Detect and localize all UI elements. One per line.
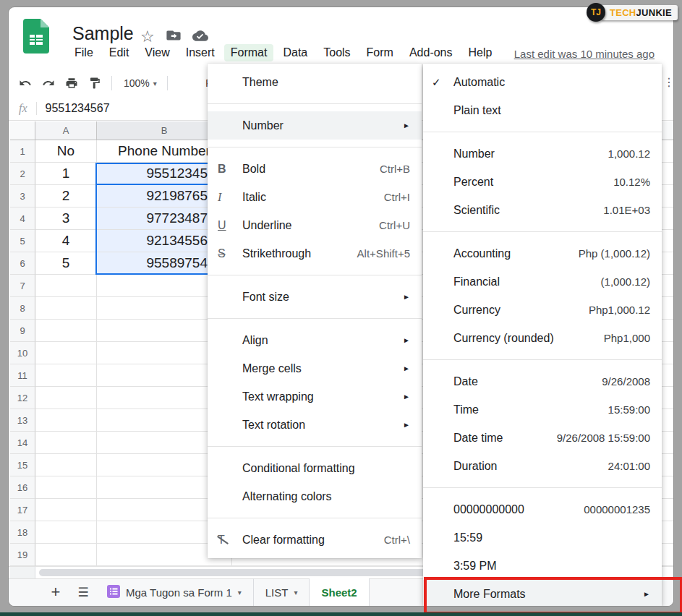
menu-item-underline[interactable]: U Underline Ctrl+U [208, 211, 422, 239]
submenu-item-more-formats[interactable]: More Formats ► [423, 580, 662, 606]
menu-view[interactable]: View [138, 44, 176, 61]
formula-input[interactable]: 9551234567 [46, 102, 110, 115]
move-folder-icon[interactable] [166, 30, 181, 44]
cell[interactable] [35, 297, 97, 320]
menu-insert[interactable]: Insert [179, 44, 221, 61]
menu-help[interactable]: Help [462, 44, 499, 61]
row-number[interactable]: 5 [10, 230, 35, 252]
row-number[interactable]: 17 [10, 499, 35, 521]
cell-a6[interactable]: 5 [35, 252, 97, 275]
cell-a4[interactable]: 3 [35, 208, 97, 230]
row-number[interactable]: 11 [10, 364, 35, 387]
submenu-item-number[interactable]: Number 1,000.12 [423, 140, 662, 168]
cell[interactable] [35, 432, 97, 454]
document-title[interactable]: Sample [72, 23, 134, 44]
submenu-item-currency-rounded[interactable]: Currency (rounded) Php1,000 [423, 324, 662, 352]
submenu-item-date[interactable]: Date 9/26/2008 [423, 367, 662, 395]
menu-item-italic[interactable]: I Italic Ctrl+I [208, 183, 422, 211]
sheets-logo[interactable] [23, 19, 49, 54]
submenu-item-time[interactable]: Time 15:59:00 [423, 395, 662, 424]
submenu-item-plain-text[interactable]: Plain text [423, 96, 662, 124]
redo-button[interactable] [42, 77, 55, 90]
submenu-item-currency[interactable]: Currency Php1,000.12 [423, 296, 662, 324]
cell[interactable] [35, 320, 97, 342]
row-number[interactable]: 18 [10, 521, 35, 544]
row-number[interactable]: 7 [10, 275, 35, 297]
row-number[interactable]: 14 [10, 432, 35, 454]
menu-addons[interactable]: Add-ons [403, 44, 459, 61]
submenu-item-date-time[interactable]: Date time 9/26/2008 15:59:00 [423, 424, 662, 452]
last-edit-link[interactable]: Last edit was 10 minutes ago [514, 48, 655, 60]
menu-item-number[interactable]: Number ► [208, 111, 422, 140]
cell[interactable] [35, 544, 97, 566]
row-number[interactable]: 3 [10, 185, 35, 208]
row-number[interactable]: 4 [10, 208, 35, 230]
format-example: 1,000.12 [608, 147, 650, 160]
menu-item-strikethrough[interactable]: S Strikethrough Alt+Shift+5 [208, 239, 422, 268]
undo-button[interactable] [19, 77, 32, 90]
submenu-item-custom-zeros[interactable]: 00000000000 00000001235 [423, 495, 662, 523]
cell[interactable] [35, 275, 97, 297]
cell-a5[interactable]: 4 [35, 230, 97, 252]
row-number[interactable]: 2 [10, 163, 35, 185]
menu-item-conditional-formatting[interactable]: Conditional formatting [208, 454, 422, 482]
submenu-item-percent[interactable]: Percent 10.12% [423, 168, 662, 196]
submenu-item-duration[interactable]: Duration 24:01:00 [423, 452, 662, 480]
cell-a3[interactable]: 2 [35, 185, 97, 208]
submenu-item-scientific[interactable]: Scientific 1.01E+03 [423, 196, 662, 224]
all-sheets-button[interactable]: ☰ [74, 585, 93, 600]
menu-data[interactable]: Data [276, 44, 314, 61]
zoom-select[interactable]: 100% ▾ [124, 77, 157, 89]
print-button[interactable] [65, 77, 78, 90]
cell[interactable] [35, 454, 97, 476]
cell[interactable] [35, 499, 97, 521]
cell[interactable] [35, 521, 97, 544]
select-all-corner[interactable] [10, 121, 35, 140]
paint-format-button[interactable] [88, 77, 101, 90]
tab-list[interactable]: LIST ▾ [253, 578, 310, 606]
row-number[interactable]: 9 [10, 320, 35, 342]
menu-item-font-size[interactable]: Font size ► [208, 283, 422, 311]
cell[interactable] [35, 364, 97, 387]
row-number[interactable]: 13 [10, 409, 35, 432]
menu-file[interactable]: File [68, 44, 100, 61]
cell[interactable] [35, 409, 97, 432]
menu-format[interactable]: Format [224, 44, 274, 61]
row-number[interactable]: 8 [10, 297, 35, 320]
row-number[interactable]: 10 [10, 342, 35, 364]
cell[interactable] [35, 476, 97, 499]
row-number[interactable]: 19 [10, 544, 35, 566]
menu-item-theme[interactable]: Theme [208, 68, 422, 96]
menu-item-bold[interactable]: B Bold Ctrl+B [208, 155, 422, 183]
cell[interactable] [35, 342, 97, 364]
horizontal-scrollbar-thumb[interactable] [39, 569, 435, 576]
row-number[interactable]: 12 [10, 387, 35, 409]
cell[interactable] [35, 387, 97, 409]
menu-item-merge-cells[interactable]: Merge cells ► [208, 354, 422, 382]
menu-tools[interactable]: Tools [317, 44, 357, 61]
cloud-saved-icon[interactable] [192, 30, 208, 44]
menu-edit[interactable]: Edit [103, 44, 136, 61]
tab-sheet2[interactable]: Sheet2 [309, 578, 369, 606]
row-number[interactable]: 6 [10, 252, 35, 275]
menu-item-text-wrapping[interactable]: Text wrapping ► [208, 382, 422, 411]
submenu-item-financial[interactable]: Financial (1,000.12) [423, 268, 662, 296]
row-number[interactable]: 15 [10, 454, 35, 476]
submenu-item-automatic[interactable]: ✓ Automatic [423, 68, 662, 96]
cell-a2[interactable]: 1 [35, 163, 97, 185]
toolbar-overflow-icon[interactable]: ⋮ [663, 75, 673, 89]
menu-item-alternating-colors[interactable]: Alternating colors [208, 482, 422, 510]
menu-item-align[interactable]: Align ► [208, 326, 422, 354]
submenu-item-custom-ampm[interactable]: 3:59 PM [423, 552, 662, 580]
tab-mga-tugon-sa-form-1[interactable]: Mga Tugon sa Form 1 ▾ [95, 578, 253, 606]
submenu-item-accounting[interactable]: Accounting Php (1,000.12) [423, 239, 662, 268]
menu-item-clear-formatting[interactable]: T Clear formatting Ctrl+\ [208, 526, 422, 554]
menu-form[interactable]: Form [360, 44, 400, 61]
cell-a1[interactable]: No [35, 140, 97, 163]
row-number[interactable]: 16 [10, 476, 35, 499]
column-header-a[interactable]: A [35, 121, 97, 140]
row-number[interactable]: 1 [10, 140, 35, 163]
add-sheet-button[interactable]: + [46, 583, 65, 602]
menu-item-text-rotation[interactable]: Text rotation ► [208, 411, 422, 439]
submenu-item-custom-time[interactable]: 15:59 [423, 523, 662, 552]
